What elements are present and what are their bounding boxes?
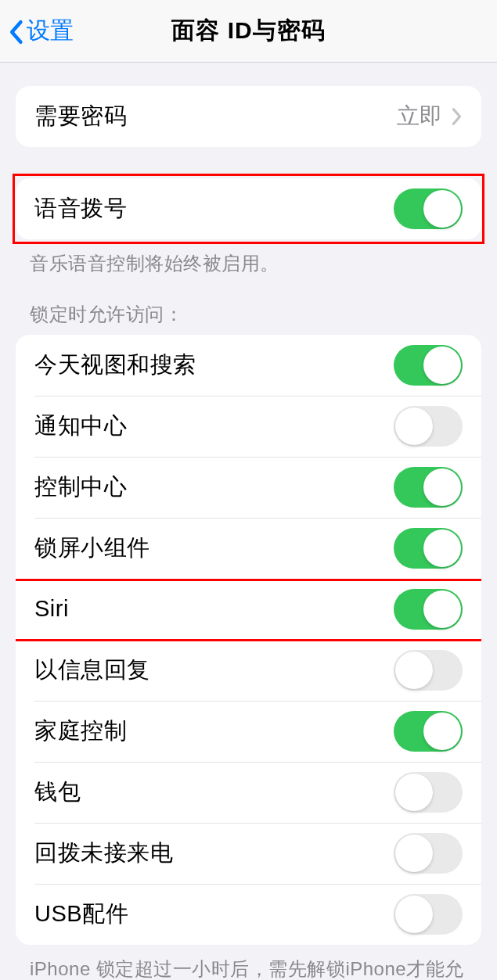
back-label: 设置 xyxy=(27,15,74,47)
lock-access-label: 以信息回复 xyxy=(34,655,394,686)
lock-access-toggle[interactable] xyxy=(394,650,463,691)
lock-access-row: 钱包 xyxy=(16,762,481,823)
lock-access-row: Siri xyxy=(16,579,481,640)
require-passcode-label: 需要密码 xyxy=(34,101,397,132)
toggle-knob xyxy=(395,652,433,689)
lock-access-label: 今天视图和搜索 xyxy=(34,350,394,381)
nav-header: 设置 面容 ID与密码 xyxy=(0,0,497,63)
toggle-knob xyxy=(423,468,461,506)
toggle-knob xyxy=(395,407,433,445)
lock-access-label: 家庭控制 xyxy=(34,716,394,747)
lock-access-label: 控制中心 xyxy=(34,472,394,503)
chevron-left-icon xyxy=(8,20,23,45)
lock-access-label: 钱包 xyxy=(34,777,394,808)
lock-access-row: 以信息回复 xyxy=(16,640,481,701)
lock-access-label: Siri xyxy=(34,596,394,622)
require-passcode-group: 需要密码 立即 xyxy=(16,86,481,147)
lock-access-toggle[interactable] xyxy=(394,467,463,508)
toggle-knob xyxy=(395,896,433,933)
lock-access-toggle[interactable] xyxy=(394,345,463,386)
lock-access-label: USB配件 xyxy=(34,899,394,930)
lock-access-toggle[interactable] xyxy=(394,711,463,752)
lock-access-group: 今天视图和搜索通知中心控制中心锁屏小组件Siri以信息回复家庭控制钱包回拨未接来… xyxy=(16,335,481,945)
toggle-knob xyxy=(423,591,461,628)
toggle-knob xyxy=(395,835,433,872)
voice-dial-row: 语音拨号 xyxy=(16,178,481,239)
lock-access-footer: iPhone 锁定超过一小时后，需先解锁iPhone才能允许USB 配件连接。 xyxy=(0,945,497,980)
lock-access-label: 通知中心 xyxy=(34,411,394,442)
lock-access-toggle[interactable] xyxy=(394,772,463,813)
lock-access-toggle[interactable] xyxy=(394,833,463,874)
lock-access-row: 锁屏小组件 xyxy=(16,518,481,579)
lock-access-toggle[interactable] xyxy=(394,589,463,630)
toggle-knob xyxy=(423,713,461,750)
chevron-right-icon xyxy=(452,107,463,126)
lock-access-row: 控制中心 xyxy=(16,457,481,518)
lock-access-toggle[interactable] xyxy=(394,894,463,935)
toggle-knob xyxy=(395,774,433,811)
require-passcode-row[interactable]: 需要密码 立即 xyxy=(16,86,481,147)
page-title: 面容 ID与密码 xyxy=(171,15,325,47)
lock-access-toggle[interactable] xyxy=(394,406,463,447)
lock-access-row: 今天视图和搜索 xyxy=(16,335,481,396)
lock-access-row: USB配件 xyxy=(16,884,481,945)
lock-access-label: 锁屏小组件 xyxy=(34,533,394,564)
back-button[interactable]: 设置 xyxy=(0,15,74,47)
voice-dial-label: 语音拨号 xyxy=(34,193,394,224)
lock-access-row: 通知中心 xyxy=(16,396,481,457)
require-passcode-value: 立即 xyxy=(397,101,442,132)
lock-access-row: 回拨未接来电 xyxy=(16,823,481,884)
lock-access-header: 锁定时允许访问： xyxy=(0,277,497,335)
voice-dial-toggle[interactable] xyxy=(394,188,463,229)
lock-access-toggle[interactable] xyxy=(394,528,463,569)
voice-dial-footer: 音乐语音控制将始终被启用。 xyxy=(0,239,497,277)
lock-access-row: 家庭控制 xyxy=(16,701,481,762)
toggle-knob xyxy=(423,190,461,228)
toggle-knob xyxy=(423,346,461,384)
toggle-knob xyxy=(423,529,461,567)
lock-access-label: 回拨未接来电 xyxy=(34,838,394,869)
